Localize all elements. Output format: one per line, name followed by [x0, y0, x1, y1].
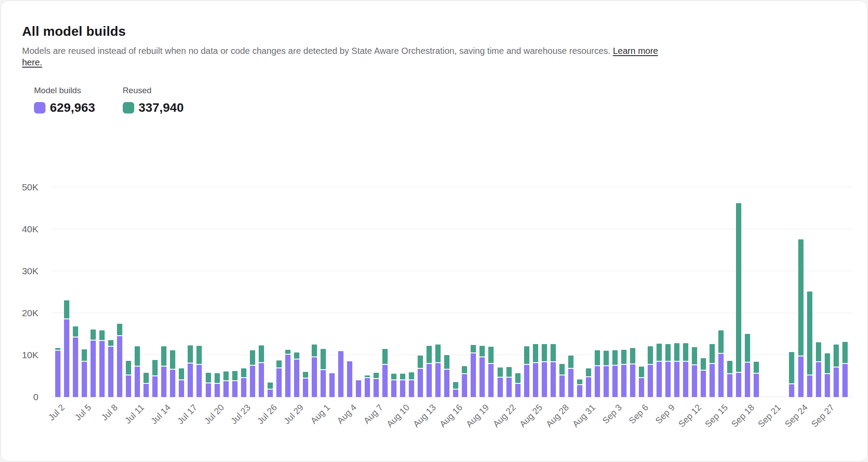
bar-segment-reused[interactable]	[91, 329, 96, 340]
bar-segment-model-builds[interactable]	[789, 384, 794, 397]
bar-segment-model-builds[interactable]	[798, 356, 804, 397]
bar-segment-model-builds[interactable]	[55, 351, 60, 397]
bar-segment-reused[interactable]	[161, 346, 166, 366]
bar-segment-model-builds[interactable]	[294, 360, 299, 397]
bar-segment-reused[interactable]	[701, 358, 706, 370]
bar-segment-reused[interactable]	[55, 348, 60, 350]
bar-segment-model-builds[interactable]	[382, 365, 388, 397]
bar-segment-reused[interactable]	[577, 379, 582, 384]
bar-segment-reused[interactable]	[391, 374, 396, 379]
bar-segment-reused[interactable]	[285, 350, 291, 354]
bar-segment-model-builds[interactable]	[816, 362, 821, 397]
bar-segment-reused[interactable]	[276, 360, 282, 367]
bar-segment-reused[interactable]	[418, 356, 423, 368]
bar-segment-reused[interactable]	[382, 349, 388, 364]
bar-segment-model-builds[interactable]	[586, 377, 591, 397]
bar-segment-model-builds[interactable]	[630, 364, 635, 397]
bar-segment-reused[interactable]	[807, 292, 812, 375]
bar-segment-model-builds[interactable]	[444, 370, 449, 397]
bar-segment-reused[interactable]	[842, 342, 848, 363]
bar-segment-reused[interactable]	[506, 367, 512, 377]
bar-segment-model-builds[interactable]	[657, 362, 662, 397]
bar-segment-model-builds[interactable]	[223, 381, 229, 397]
bar-segment-reused[interactable]	[462, 366, 467, 373]
bar-segment-model-builds[interactable]	[73, 337, 78, 397]
bar-segment-reused[interactable]	[444, 355, 449, 369]
bar-segment-model-builds[interactable]	[126, 375, 131, 397]
bar-segment-model-builds[interactable]	[391, 380, 396, 397]
bar-segment-model-builds[interactable]	[692, 365, 697, 397]
bar-segment-reused[interactable]	[126, 361, 131, 374]
bar-segment-model-builds[interactable]	[674, 362, 679, 397]
bar-segment-model-builds[interactable]	[108, 347, 113, 397]
bar-segment-reused[interactable]	[718, 330, 724, 353]
bar-segment-model-builds[interactable]	[170, 370, 175, 397]
bar-segment-model-builds[interactable]	[595, 366, 600, 397]
bar-segment-reused[interactable]	[374, 373, 379, 378]
bar-segment-reused[interactable]	[604, 351, 609, 365]
bar-segment-model-builds[interactable]	[524, 365, 529, 397]
bar-segment-model-builds[interactable]	[639, 378, 644, 397]
bar-segment-model-builds[interactable]	[418, 369, 423, 397]
bar-segment-model-builds[interactable]	[161, 367, 166, 397]
bar-segment-reused[interactable]	[117, 324, 122, 336]
bar-segment-model-builds[interactable]	[206, 383, 211, 397]
bar-segment-reused[interactable]	[612, 350, 618, 364]
bar-segment-reused[interactable]	[409, 372, 414, 379]
bar-segment-model-builds[interactable]	[568, 369, 574, 397]
bar-segment-model-builds[interactable]	[143, 384, 149, 397]
bar-segment-model-builds[interactable]	[506, 378, 512, 397]
bar-segment-model-builds[interactable]	[409, 380, 414, 397]
bar-segment-model-builds[interactable]	[648, 365, 653, 397]
bar-segment-model-builds[interactable]	[559, 375, 565, 397]
bar-segment-reused[interactable]	[400, 374, 405, 379]
bar-segment-model-builds[interactable]	[551, 362, 556, 397]
bar-segment-model-builds[interactable]	[276, 368, 282, 397]
bar-segment-reused[interactable]	[745, 334, 750, 362]
bar-segment-reused[interactable]	[727, 361, 732, 373]
bar-segment-model-builds[interactable]	[64, 319, 69, 397]
bar-segment-reused[interactable]	[665, 344, 671, 361]
bar-segment-model-builds[interactable]	[356, 380, 361, 397]
bar-segment-reused[interactable]	[259, 345, 264, 362]
bar-segment-model-builds[interactable]	[250, 366, 255, 397]
bar-segment-model-builds[interactable]	[365, 378, 370, 397]
bar-segment-reused[interactable]	[64, 300, 69, 318]
bar-segment-reused[interactable]	[312, 345, 317, 356]
bar-segment-reused[interactable]	[657, 344, 662, 361]
bar-segment-model-builds[interactable]	[215, 384, 220, 397]
bar-segment-model-builds[interactable]	[842, 364, 848, 397]
bar-segment-model-builds[interactable]	[188, 364, 193, 397]
bar-segment-model-builds[interactable]	[621, 365, 626, 397]
bar-segment-reused[interactable]	[268, 382, 273, 389]
bar-segment-reused[interactable]	[188, 345, 193, 363]
bar-segment-model-builds[interactable]	[754, 374, 759, 397]
bar-segment-model-builds[interactable]	[488, 364, 494, 397]
bar-segment-reused[interactable]	[736, 203, 741, 372]
bar-segment-model-builds[interactable]	[347, 361, 352, 397]
bar-segment-reused[interactable]	[524, 346, 529, 364]
bar-segment-reused[interactable]	[630, 348, 635, 364]
bar-segment-reused[interactable]	[674, 343, 679, 361]
bar-segment-reused[interactable]	[586, 368, 591, 376]
bar-segment-model-builds[interactable]	[99, 341, 105, 397]
bar-segment-reused[interactable]	[648, 346, 653, 364]
bar-segment-reused[interactable]	[789, 352, 794, 383]
bar-segment-reused[interactable]	[551, 344, 556, 361]
bar-segment-reused[interactable]	[99, 330, 105, 340]
bar-segment-reused[interactable]	[170, 350, 175, 369]
bar-segment-model-builds[interactable]	[462, 374, 467, 397]
bar-segment-model-builds[interactable]	[683, 362, 688, 397]
bar-segment-model-builds[interactable]	[232, 381, 238, 397]
bar-segment-reused[interactable]	[206, 373, 211, 382]
bar-segment-reused[interactable]	[568, 356, 574, 368]
bar-segment-model-builds[interactable]	[834, 367, 839, 397]
bar-segment-reused[interactable]	[798, 239, 804, 356]
bar-segment-model-builds[interactable]	[718, 354, 724, 397]
bar-segment-model-builds[interactable]	[471, 353, 476, 397]
bar-segment-reused[interactable]	[498, 367, 503, 377]
bar-segment-reused[interactable]	[834, 345, 839, 366]
bar-segment-model-builds[interactable]	[736, 373, 741, 397]
bar-segment-model-builds[interactable]	[709, 364, 715, 397]
bar-segment-model-builds[interactable]	[312, 357, 317, 397]
